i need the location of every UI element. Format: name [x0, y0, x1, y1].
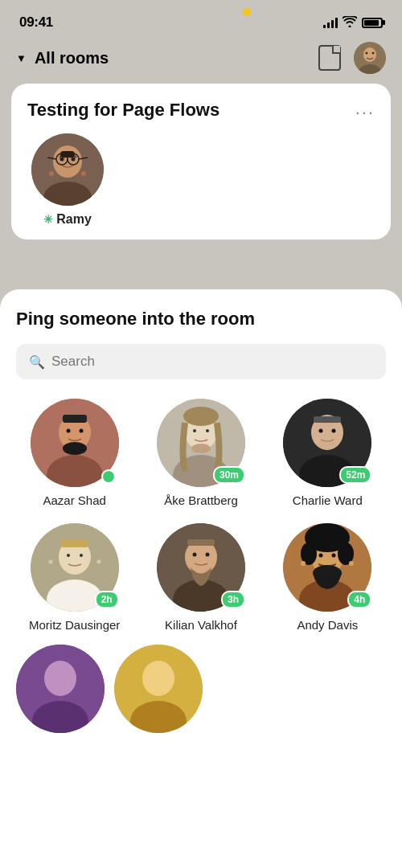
svg-point-57: [332, 554, 336, 558]
all-rooms-label: All rooms: [35, 49, 109, 68]
status-icons: [323, 16, 383, 30]
svg-point-63: [349, 561, 354, 566]
svg-point-28: [193, 429, 196, 432]
svg-point-38: [318, 441, 337, 449]
room-card: Testing for Page Flows ...: [11, 84, 391, 240]
svg-rect-23: [63, 415, 87, 423]
battery-icon: [362, 18, 383, 28]
svg-point-51: [205, 553, 209, 557]
partial-row: [16, 645, 386, 797]
time-badge-charlie: 52m: [339, 466, 371, 484]
svg-point-9: [72, 158, 76, 162]
room-title: Testing for Page Flows: [27, 100, 219, 121]
member-name-ramy: ✳ Ramy: [43, 212, 92, 227]
svg-point-31: [191, 444, 211, 453]
more-options-button[interactable]: ...: [355, 100, 375, 117]
svg-rect-52: [187, 539, 215, 546]
person-avatar-wrap-charlie: 52m: [283, 399, 371, 487]
people-grid: Aazar Shad: [16, 399, 386, 645]
svg-point-42: [67, 554, 70, 557]
status-time: 09:41: [19, 14, 53, 31]
svg-point-11: [49, 171, 54, 176]
svg-point-50: [192, 553, 196, 557]
member-avatar-ramy: [31, 133, 104, 206]
svg-point-65: [44, 661, 76, 696]
person-item[interactable]: 2h Moritz Dausinger: [16, 523, 133, 632]
person-name-kilian: Kilian Valkhof: [165, 618, 237, 632]
person-item[interactable]: Aazar Shad: [16, 399, 133, 507]
svg-point-68: [142, 661, 174, 696]
svg-point-62: [301, 561, 306, 566]
all-rooms-button[interactable]: ▼ All rooms: [16, 49, 109, 68]
svg-point-35: [319, 429, 323, 433]
svg-rect-37: [314, 416, 341, 423]
search-input[interactable]: [51, 354, 373, 370]
svg-point-30: [183, 407, 219, 426]
time-badge-ake: 30m: [213, 466, 245, 484]
online-indicator-aazar: [101, 469, 116, 484]
person-name-aazar: Aazar Shad: [43, 493, 105, 507]
svg-point-29: [206, 429, 209, 432]
svg-point-1: [363, 47, 376, 62]
svg-point-21: [66, 429, 70, 433]
notification-dot: [243, 8, 251, 16]
top-nav: ▼ All rooms: [0, 35, 402, 84]
ping-modal: Ping someone into the room 🔍: [0, 289, 402, 868]
svg-point-12: [81, 171, 86, 176]
user-avatar: [354, 42, 386, 74]
ping-title: Ping someone into the room: [16, 309, 386, 330]
svg-point-4: [372, 52, 375, 55]
person-item[interactable]: 3h Kilian Valkhof: [142, 523, 259, 632]
svg-point-3: [366, 52, 368, 55]
person-item[interactable]: 4h Andy Davis: [269, 523, 386, 632]
asterisk-icon: ✳: [43, 213, 53, 226]
svg-point-46: [96, 560, 100, 564]
person-item[interactable]: 30m Åke Brattberg: [142, 399, 259, 507]
room-member[interactable]: ✳ Ramy: [27, 133, 108, 227]
room-header: Testing for Page Flows ...: [27, 100, 375, 121]
person-avatar-wrap-ake: 30m: [157, 399, 245, 487]
nav-icons: [318, 42, 386, 74]
svg-rect-44: [61, 539, 88, 547]
modal-sheet: Ping someone into the room 🔍: [0, 289, 402, 868]
person-name-charlie: Charlie Ward: [293, 493, 363, 507]
person-item-partial-2[interactable]: [114, 645, 203, 733]
document-button[interactable]: [318, 45, 341, 71]
person-avatar-wrap-moritz: 2h: [31, 523, 119, 612]
search-bar[interactable]: 🔍: [16, 344, 386, 379]
wifi-icon: [343, 16, 357, 30]
status-bar: 09:41: [0, 0, 402, 35]
person-name-moritz: Moritz Dausinger: [29, 618, 120, 632]
svg-point-43: [80, 554, 83, 557]
svg-point-22: [79, 429, 83, 433]
signal-icon: [323, 17, 338, 28]
svg-point-36: [332, 429, 336, 433]
person-item-partial-1[interactable]: [16, 645, 105, 733]
document-icon: [318, 45, 341, 71]
person-avatar-wrap-aazar: [31, 399, 119, 487]
svg-point-56: [319, 554, 323, 558]
member-label-ramy: Ramy: [56, 212, 92, 227]
svg-point-8: [60, 158, 64, 162]
person-item[interactable]: 52m Charlie Ward: [269, 399, 386, 507]
person-name-andy: Andy Davis: [297, 618, 358, 632]
time-badge-moritz: 2h: [95, 591, 119, 608]
time-badge-kilian: 3h: [221, 591, 245, 608]
person-avatar-wrap-kilian: 3h: [157, 523, 245, 612]
time-badge-andy: 4h: [347, 591, 371, 608]
search-icon: 🔍: [29, 354, 45, 370]
user-profile-button[interactable]: [354, 42, 386, 74]
person-avatar-partial2: [114, 645, 203, 733]
chevron-down-icon: ▼: [16, 52, 27, 64]
person-avatar-partial1: [16, 645, 105, 733]
person-name-ake: Åke Brattberg: [164, 493, 238, 507]
svg-point-45: [48, 560, 52, 564]
person-avatar-wrap-andy: 4h: [283, 523, 371, 612]
